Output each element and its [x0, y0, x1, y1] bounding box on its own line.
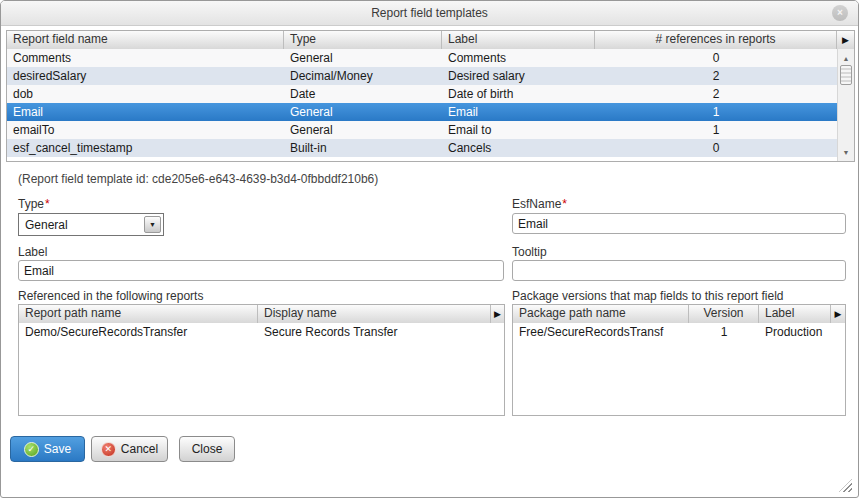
package-versions-table: Package path name Version Label ▶ Free/S… [512, 304, 846, 416]
save-button-label: Save [44, 442, 71, 456]
close-icon[interactable]: × [832, 5, 848, 21]
package-versions-heading: Package versions that map fields to this… [512, 289, 783, 303]
scroll-down-icon[interactable]: ▼ [838, 147, 854, 159]
cell-label: Email [442, 103, 595, 121]
dialog-titlebar: Report field templates × [1, 1, 858, 26]
type-label-text: Type [18, 197, 44, 211]
esfname-input[interactable] [512, 213, 846, 234]
cell-references: 0 [595, 139, 837, 157]
type-select[interactable]: General ▼ [18, 213, 164, 236]
column-header-package-path-name[interactable]: Package path name [513, 305, 689, 323]
table-row[interactable]: dob Date Date of birth 2 [7, 85, 837, 103]
cell-type: Decimal/Money [284, 67, 442, 85]
column-header-references[interactable]: # references in reports [595, 31, 837, 49]
cell-label: Desired salary [442, 67, 595, 85]
table-row[interactable]: Free/SecureRecordsTransf 1 Production [513, 323, 845, 341]
column-menu-icon: ▶ [494, 309, 501, 319]
column-header-version[interactable]: Version [689, 305, 759, 323]
column-menu-button[interactable]: ▶ [831, 305, 845, 323]
cell-references: 0 [595, 49, 837, 67]
esfname-label-text: EsfName [512, 197, 561, 211]
table-row-selected[interactable]: Email General Email 1 [7, 103, 837, 121]
save-button[interactable]: ✓ Save [10, 436, 85, 462]
column-header-label[interactable]: Label [442, 31, 595, 49]
column-menu-button[interactable]: ▶ [491, 305, 504, 323]
label-field-label: Label [18, 245, 47, 259]
cell-version: 1 [689, 323, 759, 341]
cell-type: General [284, 49, 442, 67]
cell-report-field-name: emailTo [7, 121, 284, 139]
column-header-type[interactable]: Type [284, 31, 442, 49]
cancel-x-icon: ✕ [101, 442, 116, 457]
cell-label: Date of birth [442, 85, 595, 103]
label-input[interactable] [18, 260, 504, 281]
cell-type: General [284, 121, 442, 139]
cell-references: 2 [595, 85, 837, 103]
cell-report-path: Demo/SecureRecordsTransfer [19, 323, 258, 341]
column-menu-icon: ▶ [835, 309, 842, 319]
check-icon: ✓ [24, 442, 39, 457]
type-field-label: Type* [18, 197, 50, 211]
column-menu-button[interactable]: ▶ [837, 31, 854, 49]
report-field-templates-dialog: Report field templates × Report field na… [0, 0, 859, 498]
cell-label: Email to [442, 121, 595, 139]
cell-report-field-name: Email [7, 103, 284, 121]
referenced-reports-table: Report path name Display name ▶ Demo/Sec… [18, 304, 505, 416]
cell-report-field-name: esf_cancel_timestamp [7, 139, 284, 157]
column-menu-icon: ▶ [842, 35, 849, 45]
package-versions-header: Package path name Version Label ▶ [513, 305, 845, 323]
table-row[interactable]: desiredSalary Decimal/Money Desired sala… [7, 67, 837, 85]
table-row[interactable]: Demo/SecureRecordsTransfer Secure Record… [19, 323, 504, 341]
required-asterisk: * [45, 197, 50, 211]
cell-display-name: Secure Records Transfer [258, 323, 491, 341]
referenced-reports-heading: Referenced in the following reports [18, 289, 203, 303]
chevron-down-icon[interactable]: ▼ [144, 216, 161, 233]
cell-type: Date [284, 85, 442, 103]
cell-references: 1 [595, 103, 837, 121]
vertical-scrollbar[interactable]: ▲ ▼ [837, 49, 854, 161]
cell-references: 2 [595, 67, 837, 85]
report-fields-table: Report field name Type Label # reference… [6, 30, 855, 162]
dialog-title: Report field templates [371, 6, 488, 20]
cell-report-field-name: desiredSalary [7, 67, 284, 85]
column-header-label[interactable]: Label [759, 305, 831, 323]
type-select-value: General [19, 218, 144, 232]
scrollbar-thumb[interactable] [840, 65, 852, 85]
table-row[interactable]: emailTo General Email to 1 [7, 121, 837, 139]
cancel-button[interactable]: ✕ Cancel [91, 436, 168, 462]
column-header-report-field-name[interactable]: Report field name [7, 31, 284, 49]
resize-handle[interactable] [839, 479, 852, 492]
tooltip-field-label: Tooltip [512, 245, 547, 259]
cell-label: Production [759, 323, 831, 341]
report-fields-table-header: Report field name Type Label # reference… [7, 31, 854, 49]
cell-label: Comments [442, 49, 595, 67]
column-header-display-name[interactable]: Display name [258, 305, 491, 323]
table-row[interactable]: Comments General Comments 0 [7, 49, 837, 67]
cell-report-field-name: dob [7, 85, 284, 103]
cell-label: Cancels [442, 139, 595, 157]
required-asterisk: * [562, 197, 567, 211]
esfname-field-label: EsfName* [512, 197, 567, 211]
tooltip-input[interactable] [512, 260, 846, 281]
cancel-button-label: Cancel [121, 442, 158, 456]
scroll-up-icon[interactable]: ▲ [838, 53, 854, 65]
cell-report-field-name: Comments [7, 49, 284, 67]
table-row[interactable]: esf_cancel_timestamp Built-in Cancels 0 [7, 139, 837, 157]
cell-references: 1 [595, 121, 837, 139]
close-button-label: Close [192, 442, 223, 456]
cell-type: General [284, 103, 442, 121]
referenced-reports-header: Report path name Display name ▶ [19, 305, 504, 323]
close-button[interactable]: Close [179, 436, 235, 462]
template-id-note: (Report field template id: cde205e6-e643… [18, 172, 378, 186]
cell-package-path: Free/SecureRecordsTransf [513, 323, 689, 341]
column-header-report-path-name[interactable]: Report path name [19, 305, 258, 323]
cell-type: Built-in [284, 139, 442, 157]
